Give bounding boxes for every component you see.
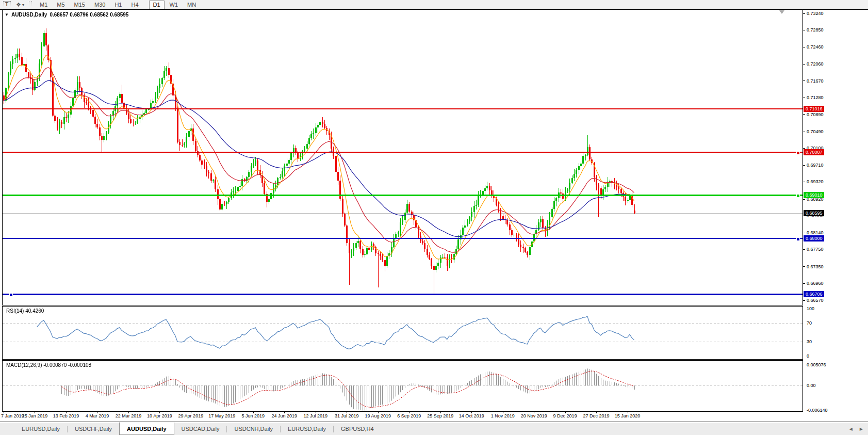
price-tick-label: 0.71280 [807,95,824,100]
date-tick-label: 6 Sep 2019 [397,413,421,418]
chart-tab-eurusd-daily[interactable]: EURUSD,Daily [281,423,333,435]
timeframe-button-m1[interactable]: M1 [36,1,52,9]
timeframe-button-d1[interactable]: D1 [149,1,165,9]
price-tick-label: 0.72460 [807,44,824,50]
price-tick-label: 0.69710 [807,163,824,168]
timeframe-button-m15[interactable]: M15 [70,1,89,9]
price-axis-tick [803,249,805,250]
chart-title: ▼ AUDUSD,Daily 0.68657 0.68796 0.68562 0… [5,12,128,18]
chart-tab-bar: EURUSD,DailyUSDCHF,DailyAUDUSD,DailyUSDC… [0,423,868,435]
date-tick-label: 5 Jun 2019 [242,413,265,418]
hline-handle[interactable] [796,151,800,155]
date-tick-label: 1 Nov 2019 [491,413,515,418]
macd-tick-label: 0.00 [807,383,816,388]
macd-tick-label: 0.005076 [807,362,826,367]
hline-0.69010[interactable] [3,195,803,196]
arrows-tool-icon: ❖ [16,2,21,8]
date-tick-label: 15 Jan 2020 [615,413,641,418]
price-tick-label: 0.72060 [807,61,824,67]
price-axis-tick [803,13,805,14]
chart-tab-eurusd-daily[interactable]: EURUSD,Daily [14,423,67,435]
macd-tick-label: -0.006148 [807,408,828,413]
date-tick-label: 20 Nov 2019 [521,413,547,418]
price-tick-label: 0.72850 [807,27,824,33]
hline-0.70007[interactable] [3,152,803,153]
date-tick-label: 10 Apr 2019 [147,413,172,418]
chart-tab-usdcad-daily[interactable]: USDCAD,Daily [174,423,227,435]
price-tick-label: 0.68140 [807,230,824,235]
chart-dropdown-icon[interactable]: ▼ [5,12,9,17]
hline-0.71016[interactable] [3,108,803,109]
price-axis-tick [803,182,805,182]
chart-tab-usdcnh-daily[interactable]: USDCNH,Daily [227,423,280,435]
date-tick-label: 27 Dec 2019 [583,413,610,418]
hline-handle[interactable] [796,194,800,198]
arrows-tool-button[interactable]: ❖ ▾ [14,1,26,9]
timeframe-button-m30[interactable]: M30 [90,1,109,9]
price-axis-tick [803,98,805,98]
chart-tab-usdchf-daily[interactable]: USDCHF,Daily [68,423,119,435]
price-axis-tick [803,300,805,301]
timeframe-button-m5[interactable]: M5 [53,1,69,9]
price-axis-tick [803,114,805,115]
price-axis-tick [803,199,805,200]
chart-symbol-label: AUDUSD,Daily [11,12,47,18]
chart-tab-gbpusd-h4[interactable]: GBPUSD,H4 [334,423,381,435]
main-chart-canvas[interactable] [3,10,803,305]
toolbar-grip[interactable] [29,1,32,8]
chart-tab-audusd-daily[interactable]: AUDUSD,Daily [119,422,174,435]
hline-price-label: 0.68000 [804,235,824,241]
date-tick-label: 13 Feb 2019 [53,413,79,418]
price-tick-label: 0.71670 [807,78,824,84]
date-tick-label: 14 Oct 2019 [459,413,484,418]
rsi-level-label: 0 [807,353,809,359]
date-tick-label: 25 Jan 2019 [22,413,48,418]
tab-scroll-left-icon[interactable]: ◀ [849,427,853,431]
price-tick-label: 0.70490 [807,129,824,134]
rsi-canvas[interactable] [3,307,803,359]
timeframe-buttons: M1M5M15M30H1H4D1W1MN [35,1,201,9]
date-tick-label: 31 Jul 2019 [335,413,359,418]
rsi-level-label: 30 [807,339,812,344]
chevron-down-icon: ▾ [22,3,24,7]
tab-scroll-right-icon[interactable]: ▶ [860,427,863,431]
rsi-label: RSI(14) 40.4260 [6,308,44,314]
rsi-pane: RSI(14) 40.4260 [2,306,803,360]
price-axis-tick [803,266,805,267]
timeframe-button-w1[interactable]: W1 [166,1,183,9]
tab-scroll-controls: ◀ ▶ [849,423,863,435]
price-axis-tick [803,80,805,81]
macd-label: MACD(12,26,9) -0.000870 -0.000108 [6,362,91,368]
macd-canvas[interactable] [3,361,803,411]
date-tick-label: 17 May 2019 [208,413,235,418]
chart-shift-marker[interactable] [779,10,784,14]
hline-handle[interactable] [796,237,800,241]
hline-price-label: 0.69010 [804,192,824,198]
date-tick-label: 19 Aug 2019 [365,413,391,418]
date-tick-label: 12 Jul 2019 [304,413,328,418]
text-tool-button[interactable]: T [1,1,12,9]
timeframe-button-mn[interactable]: MN [183,1,200,9]
hline-price-label: 0.71016 [804,106,824,112]
price-tick-label: 0.66570 [807,298,824,303]
chart-tabs: EURUSD,DailyUSDCHF,DailyAUDUSD,DailyUSDC… [14,423,381,435]
timeframe-button-h1[interactable]: H1 [110,1,126,9]
date-tick-label: 7 Jan 2019 [1,413,24,418]
hline-0.68000[interactable] [3,238,803,239]
price-axis-tick [803,165,805,166]
date-tick-label: 9 Dec 2019 [553,413,577,418]
price-axis-tick [803,148,805,149]
hline-price-label: 0.66706 [804,291,824,297]
date-tick-label: 4 Mar 2019 [86,413,109,418]
hline-handle[interactable] [9,293,13,297]
timeframe-button-h4[interactable]: H4 [127,1,142,9]
price-axis-tick [803,132,805,132]
price-tick-label: 0.73240 [807,11,824,16]
rsi-level-label: 70 [807,320,812,326]
price-axis-tick [803,233,805,233]
price-tick-label: 0.67350 [807,264,824,269]
price-tick-label: 0.70890 [807,112,824,117]
price-axis-tick [803,283,805,284]
date-tick-label: 24 Jun 2019 [272,413,298,418]
hline-0.66706[interactable] [3,294,803,295]
